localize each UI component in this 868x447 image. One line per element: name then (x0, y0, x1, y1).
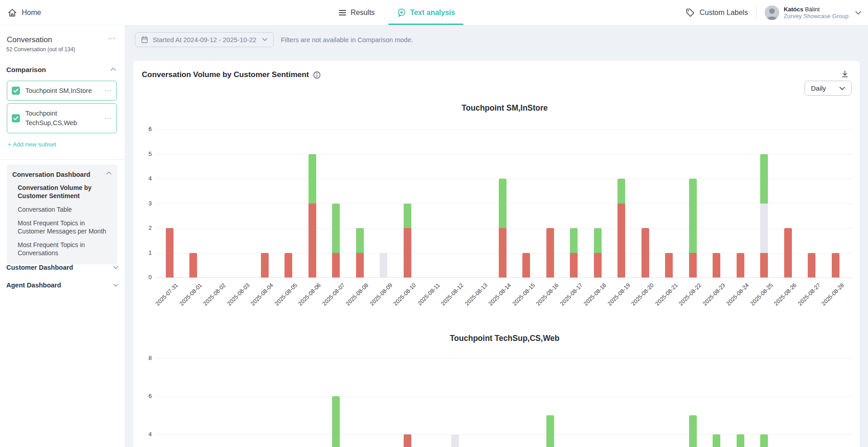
download-icon[interactable] (841, 70, 849, 78)
home-icon (7, 8, 17, 18)
dataset-menu-ellipsis[interactable]: ⋯ (108, 34, 116, 43)
bar-segment-negative[interactable] (166, 228, 174, 277)
bar-segment-positive[interactable] (332, 396, 340, 447)
subset-card[interactable]: Touchpoint TechSup,CS,Web⋯ (7, 103, 117, 133)
bar-segment-negative[interactable] (760, 253, 768, 278)
bar-segment-negative[interactable] (522, 253, 530, 278)
bar-segment-positive[interactable] (617, 179, 625, 204)
date-range-value: Started At 2024-09-12 - 2025-10-22 (153, 36, 256, 44)
bar-segment-negative[interactable] (832, 253, 839, 278)
y-axis-label: 8 (134, 355, 152, 361)
subset-menu-ellipsis[interactable]: ⋯ (105, 114, 112, 122)
interval-value: Daily (811, 84, 826, 92)
user-info[interactable]: Katócs Bálint Zurvey Showcase Group (784, 6, 849, 19)
bar-segment-positive[interactable] (499, 179, 506, 228)
subset-label: Touchpoint TechSup,CS,Web (25, 109, 105, 128)
section-expand-chevron-icon (113, 283, 119, 287)
bar-segment-positive[interactable] (689, 415, 697, 447)
bar-segment-neutral[interactable] (451, 434, 459, 447)
nav-item[interactable]: Conversation Table (18, 205, 112, 214)
main-content: Started At 2024-09-12 - 2025-10-22 Filte… (125, 25, 868, 447)
add-new-subset-link[interactable]: + Add new subset (8, 141, 56, 148)
subset-checkbox-checked[interactable] (12, 87, 20, 95)
y-axis-label: 4 (134, 175, 152, 182)
tab-results-label: Results (351, 9, 375, 17)
chart-title: Touchpoint TechSup,CS,Web (156, 334, 853, 343)
gridline (156, 154, 853, 155)
gridline (156, 277, 853, 278)
sidebar: Conversation ⋯ 52 Conversation (out of 1… (0, 25, 125, 447)
date-chevron-down-icon (262, 38, 268, 42)
subset-label: Touchpoint SM,InStore (25, 86, 105, 96)
bar-segment-positive[interactable] (546, 415, 554, 447)
bar-segment-positive[interactable] (737, 434, 744, 447)
bar-segment-negative[interactable] (665, 253, 673, 278)
bar-segment-negative[interactable] (594, 253, 602, 278)
nav-item[interactable]: Conversation Volume by Customer Sentimen… (18, 184, 112, 200)
top-bar: Home Results Text analysis (0, 0, 868, 25)
y-axis-label: 1 (134, 249, 152, 256)
y-axis-label: 5 (134, 151, 152, 157)
home-button[interactable]: Home (7, 0, 41, 25)
bar-segment-negative[interactable] (404, 434, 411, 447)
interval-select[interactable]: Daily (805, 81, 852, 96)
bar-segment-negative[interactable] (356, 253, 364, 278)
tab-text-analysis[interactable]: Text analysis (395, 0, 457, 25)
bar-segment-positive[interactable] (594, 228, 602, 253)
bar-segment-negative[interactable] (808, 253, 815, 278)
bar-segment-positive[interactable] (760, 434, 768, 447)
user-name: Katócs Bálint (784, 6, 849, 13)
comparison-header: Comparison (6, 66, 46, 73)
user-org: Zurvey Showcase Group (784, 13, 849, 19)
avatar[interactable] (765, 5, 779, 20)
subset-checkbox-checked[interactable] (12, 114, 20, 122)
bar-segment-negative[interactable] (617, 204, 625, 278)
bar-segment-negative[interactable] (570, 253, 578, 278)
bar-segment-negative[interactable] (309, 204, 316, 278)
tab-results[interactable]: Results (336, 0, 376, 25)
bar-segment-negative[interactable] (261, 253, 269, 278)
conversation-dashboard-section[interactable]: Conversation Dashboard (12, 171, 112, 178)
collapsed-section-label: Agent Dashboard (6, 282, 61, 289)
bar-segment-positive[interactable] (570, 228, 578, 253)
collapsed-section-customer-dashboard[interactable]: Customer Dashboard (6, 264, 119, 271)
bar-segment-negative[interactable] (332, 253, 340, 278)
results-icon (338, 8, 347, 17)
bar-segment-negative[interactable] (546, 228, 554, 277)
dashboard-nav-items: Conversation Volume by Customer Sentimen… (12, 184, 112, 257)
bar-segment-negative[interactable] (404, 228, 411, 277)
bar-segment-neutral[interactable] (380, 253, 387, 278)
bar-segment-negative[interactable] (641, 228, 649, 277)
bar-segment-negative[interactable] (713, 253, 720, 278)
topbar-divider (756, 5, 757, 20)
date-range-filter[interactable]: Started At 2024-09-12 - 2025-10-22 (135, 32, 274, 47)
bar-segment-negative[interactable] (689, 253, 697, 278)
subset-menu-ellipsis[interactable]: ⋯ (105, 87, 112, 95)
subset-card[interactable]: Touchpoint SM,InStore⋯ (7, 81, 117, 101)
info-icon[interactable] (313, 71, 321, 79)
comparison-collapse-chevron-icon[interactable] (110, 67, 116, 71)
bar-segment-positive[interactable] (689, 179, 697, 253)
bar-segment-positive[interactable] (713, 434, 720, 447)
bar-segment-positive[interactable] (332, 204, 340, 253)
bar-segment-negative[interactable] (784, 228, 792, 277)
bar-segment-positive[interactable] (760, 154, 768, 204)
conversation-count: 52 Conversation (out of 134) (6, 46, 75, 53)
y-axis-label: 4 (134, 431, 152, 437)
bar-segment-negative[interactable] (285, 253, 292, 278)
bar-segment-neutral[interactable] (760, 204, 768, 253)
user-menu-chevron-icon[interactable] (855, 10, 862, 15)
bar-segment-negative[interactable] (499, 228, 506, 277)
bar-segment-positive[interactable] (356, 228, 364, 253)
nav-item[interactable]: Most Frequent Topics in Conversations (18, 241, 112, 257)
bar-segment-negative[interactable] (737, 253, 744, 278)
bar-segment-positive[interactable] (309, 154, 316, 204)
nav-item[interactable]: Most Frequent Topics in Customer Message… (18, 219, 112, 235)
bar-segment-positive[interactable] (404, 204, 411, 228)
conversation-dashboard-header: Conversation Dashboard (12, 171, 90, 178)
custom-labels-button[interactable]: Custom Labels (685, 8, 748, 17)
bar-segment-negative[interactable] (189, 253, 197, 278)
y-axis-label: 2 (134, 224, 152, 231)
collapsed-section-agent-dashboard[interactable]: Agent Dashboard (6, 282, 119, 289)
sidebar-divider (0, 159, 125, 160)
